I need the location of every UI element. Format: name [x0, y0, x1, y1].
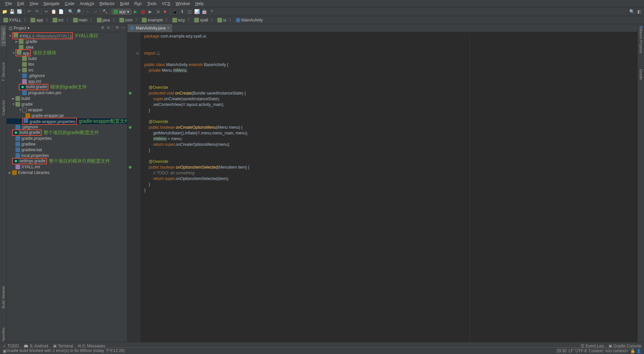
menu-run[interactable]: Run	[132, 1, 145, 7]
menu-file[interactable]: File	[3, 1, 14, 7]
menu-refactor[interactable]: Refactor	[97, 1, 117, 7]
tree-gradlew[interactable]: gradlew	[7, 141, 127, 147]
crumb-root[interactable]: XYALL	[2, 17, 22, 23]
tree-xyall-iml[interactable]: XYALL.iml	[7, 164, 127, 170]
code-area[interactable]: package com.example.wzy.xyall.ui; import…	[141, 32, 640, 349]
menu-tools[interactable]: Tools	[145, 1, 159, 7]
debug-icon[interactable]: 🐞	[140, 8, 146, 15]
tree-build-gradle[interactable]: ⬢build.gradle模块的gradle文件	[7, 84, 127, 90]
search-icon[interactable]: 🔍	[629, 8, 635, 15]
tree-ext-libs[interactable]: ▶External Libraries	[7, 170, 127, 175]
undo-icon[interactable]: ↶	[26, 8, 33, 15]
tab-gradle[interactable]: Gradle	[638, 66, 644, 83]
sync-icon[interactable]: 🔄	[16, 8, 23, 15]
man-icon[interactable]: 👤	[636, 349, 641, 353]
forward-icon[interactable]: →	[92, 8, 99, 15]
project-icon: ◫	[9, 26, 12, 31]
app-selector[interactable]: app▾	[111, 9, 131, 15]
paste-icon[interactable]: 📄	[58, 8, 64, 15]
settings-icon[interactable]: ◧	[636, 8, 643, 15]
monitor-icon[interactable]: 📊	[194, 8, 200, 15]
avd-icon[interactable]: 📱	[171, 8, 178, 15]
copy-icon[interactable]: 📋	[50, 8, 57, 15]
crumb-example[interactable]: example	[141, 17, 164, 23]
redo-icon[interactable]: ↷	[33, 8, 40, 15]
tree-root-gradle[interactable]: ⬢build.gradle整个项目的gradle配置文件	[7, 130, 127, 135]
tree-build2[interactable]: ▶build	[7, 96, 127, 101]
hide-icon[interactable]: —	[121, 25, 125, 31]
project-dropdown[interactable]: ▾	[28, 26, 30, 31]
crumb-xyall[interactable]: xyall	[193, 17, 209, 23]
menu-code[interactable]: Code	[62, 1, 77, 7]
annot-module: 项目主模块	[33, 50, 56, 56]
menu-vcs[interactable]: VCS	[159, 1, 173, 7]
project-tree: ▼XYALL (~/Repository/XYALL)XYALL项目 ▶.gra…	[7, 32, 127, 349]
stop-icon[interactable]: ■	[162, 8, 168, 15]
collapse-icon[interactable]: ⊕	[101, 25, 104, 31]
help-icon[interactable]: ?	[208, 8, 215, 15]
crumb-src[interactable]: src	[51, 17, 65, 23]
crumb-main[interactable]: main	[72, 17, 89, 23]
find-icon[interactable]: 🔍	[67, 8, 74, 15]
menu-window[interactable]: Window	[173, 1, 193, 7]
tab-project[interactable]: 1: Project	[1, 25, 6, 46]
sdk-icon[interactable]: ⬇	[179, 8, 185, 15]
layout-icon[interactable]: ◫	[186, 8, 193, 15]
crumb-class[interactable]: MainActivity	[234, 17, 264, 23]
tab-build-variants[interactable]: Build Variants	[1, 283, 6, 311]
close-tab-icon[interactable]: ×	[167, 26, 169, 31]
open-icon[interactable]: 📁	[1, 8, 8, 15]
override-icon[interactable]	[129, 126, 131, 129]
tab-captures[interactable]: Captures	[1, 98, 6, 118]
gear-icon[interactable]: ⚙	[115, 25, 119, 31]
profile-icon[interactable]: ▶	[147, 8, 154, 15]
android-icon[interactable]: 🤖	[201, 8, 208, 15]
override-icon[interactable]	[129, 92, 131, 95]
editor-tab-main[interactable]: MainActivity.java×	[127, 24, 173, 32]
scroll-icon[interactable]: ⇲	[106, 25, 110, 31]
cut-icon[interactable]: ✂	[43, 8, 50, 15]
attach-icon[interactable]: ⇲	[154, 8, 161, 15]
annot-root-gradle: 整个项目的gradle配置文件	[44, 130, 99, 136]
tree-proguard[interactable]: proguard-rules.pro	[7, 90, 127, 96]
status-bar: ▣ Gradle build finished with 2 error(s) …	[0, 347, 644, 354]
crumb-app[interactable]: app	[29, 17, 44, 23]
tree-wrapper[interactable]: ▼wrapper	[7, 107, 127, 113]
tree-gradle[interactable]: ▼gradle	[7, 101, 127, 107]
crumb-ui[interactable]: ui	[216, 17, 227, 23]
tree-gitignore2[interactable]: .gitignore	[7, 124, 127, 130]
tree-build[interactable]: build	[7, 56, 127, 61]
replace-icon[interactable]: 🔎	[75, 8, 82, 15]
crumb-wzy[interactable]: wzy	[171, 17, 186, 23]
editor-area: MainActivity.java× ⊕ package com.example…	[127, 24, 644, 349]
tree-app-iml[interactable]: app.iml	[7, 78, 127, 84]
tree-src[interactable]: ▶src	[7, 67, 127, 73]
run-icon[interactable]: ▶	[132, 8, 139, 15]
tab-maven[interactable]: Maven Projects	[638, 25, 644, 56]
tree-app[interactable]: ▼app项目主模块	[7, 50, 127, 56]
tool-window-icon[interactable]: ▣	[3, 349, 6, 353]
tab-structure[interactable]: 7: Structure	[1, 60, 6, 84]
tree-libs[interactable]: libs	[7, 61, 127, 67]
tree-wrapper-props[interactable]: gradle-wrapper.propertiesgradle-wrapper配…	[7, 118, 127, 124]
tree-settings-gradle[interactable]: ⬢settings.gradle整个项目的模块引用配置文件	[7, 158, 127, 164]
tree-gradle-dir[interactable]: ▶.gradle	[7, 39, 127, 44]
make-icon[interactable]: 🔨	[102, 8, 108, 15]
tree-gradle-props[interactable]: gradle.properties	[7, 135, 127, 141]
crumb-com[interactable]: com	[118, 17, 134, 23]
editor[interactable]: ⊕ package com.example.wzy.xyall.ui; impo…	[127, 32, 644, 349]
back-icon[interactable]: ←	[85, 8, 91, 15]
tree-local-props[interactable]: local.properties	[7, 153, 127, 158]
crumb-java[interactable]: java	[96, 17, 111, 23]
menu-help[interactable]: Help	[193, 1, 206, 7]
menu-edit[interactable]: Edit	[14, 1, 27, 7]
tree-gradlew-bat[interactable]: gradlew.bat	[7, 147, 127, 153]
tree-gitignore[interactable]: .gitignore	[7, 73, 127, 78]
menu-build[interactable]: Build	[117, 1, 132, 7]
tree-root[interactable]: ▼XYALL (~/Repository/XYALL)XYALL项目	[7, 33, 127, 39]
menu-navigate[interactable]: Navigate	[41, 1, 62, 7]
menu-analyze[interactable]: Analyze	[77, 1, 97, 7]
override-icon[interactable]	[129, 166, 131, 169]
save-icon[interactable]: 💾	[9, 8, 15, 15]
menu-view[interactable]: View	[27, 1, 41, 7]
